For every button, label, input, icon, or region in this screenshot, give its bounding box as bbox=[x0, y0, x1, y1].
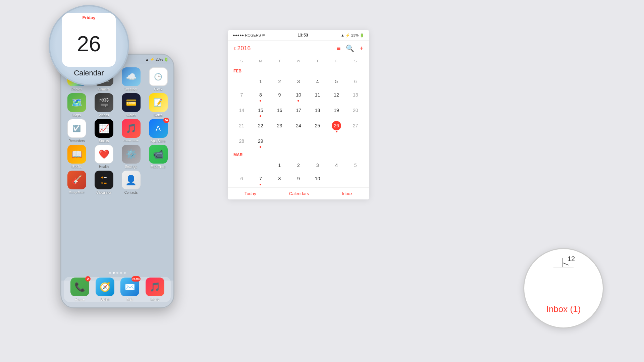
cal-day-mar10[interactable]: 10 bbox=[308, 172, 327, 187]
cal-day-feb7[interactable]: 7 bbox=[232, 88, 251, 104]
cal-day-mar1[interactable]: 1 bbox=[270, 159, 289, 172]
itunes-icon: 🎵 bbox=[122, 119, 141, 138]
iphone-frame: ●●●●● ROGERS ≋ 13:53 ▲ ⚡ 23% 🔋 🌸 Photos … bbox=[60, 54, 174, 308]
garageband-icon: 🎸 bbox=[67, 171, 86, 189]
cal-day-mar3[interactable]: 3 bbox=[308, 159, 327, 172]
calendars-button[interactable]: Calendars bbox=[289, 191, 309, 196]
cal-status-bar: ●●●●● ROGERS ≋ 13:53 ▲ ⚡ 23% 🔋 bbox=[228, 30, 369, 41]
safari-label: Safari bbox=[101, 298, 109, 301]
cal-day-feb13[interactable]: 13 bbox=[346, 88, 365, 104]
cal-day-feb27[interactable]: 27 bbox=[346, 119, 365, 134]
cal-day-mar2[interactable]: 2 bbox=[289, 159, 308, 172]
cal-day-feb24[interactable]: 24 bbox=[289, 119, 308, 134]
calendar-zoom-inner: Friday 26 bbox=[62, 13, 116, 67]
phone-icon: 📞 2 bbox=[70, 278, 89, 296]
page-dots bbox=[61, 272, 173, 274]
app-videos[interactable]: 🎬 Videos bbox=[91, 93, 116, 117]
calculator-label: Calculator bbox=[96, 191, 111, 194]
cal-day-feb6[interactable]: 6 bbox=[346, 75, 365, 88]
app-stocks[interactable]: 📈 Stocks bbox=[91, 119, 116, 143]
cal-day-mar6[interactable]: 6 bbox=[232, 172, 251, 187]
clock-zoom-circle: 12 Inbox (1) bbox=[523, 248, 604, 328]
dock-safari[interactable]: 🧭 Safari bbox=[96, 278, 114, 301]
app-wallet[interactable]: 💳 Wallet bbox=[118, 93, 144, 117]
add-event-button[interactable]: + bbox=[360, 45, 364, 52]
wallet-label: Wallet bbox=[126, 113, 136, 117]
mail-icon: ✉️ 20,686 bbox=[120, 278, 139, 296]
search-button[interactable]: 🔍 bbox=[346, 44, 354, 52]
cal-day-feb22[interactable]: 22 bbox=[251, 119, 270, 134]
app-maps[interactable]: 🗺️ Maps bbox=[64, 93, 89, 117]
cal-day-feb21[interactable]: 21 bbox=[232, 119, 251, 134]
cal-day-feb11[interactable]: 11 bbox=[308, 88, 327, 104]
app-appstore[interactable]: A 30 App Store bbox=[146, 119, 171, 143]
cal-day-feb16[interactable]: 16 bbox=[270, 104, 289, 119]
app-notes[interactable]: 📝 Notes bbox=[146, 93, 171, 117]
cal-day-feb4[interactable]: 4 bbox=[308, 75, 327, 88]
cal-day-feb9[interactable]: 9 bbox=[270, 88, 289, 104]
app-contacts[interactable]: 👤 Contacts bbox=[118, 171, 144, 194]
dock-mail[interactable]: ✉️ 20,686 Mail bbox=[120, 278, 139, 301]
notes-label: Notes bbox=[154, 113, 162, 117]
cal-day-feb17[interactable]: 17 bbox=[289, 104, 308, 119]
cal-day-feb8[interactable]: 8 bbox=[251, 88, 270, 104]
empty5 bbox=[327, 134, 346, 150]
ibooks-label: iBooks bbox=[71, 165, 82, 169]
maps-icon: 🗺️ bbox=[67, 93, 86, 112]
wd-mon: M bbox=[251, 58, 270, 64]
app-health[interactable]: ❤️ Health bbox=[91, 145, 116, 169]
page-dot-2 bbox=[113, 272, 115, 274]
cal-day-feb3[interactable]: 3 bbox=[289, 75, 308, 88]
wd-thu: T bbox=[308, 58, 327, 64]
cal-day-feb18[interactable]: 18 bbox=[308, 104, 327, 119]
today-button[interactable]: Today bbox=[245, 191, 256, 196]
cal-day-feb14[interactable]: 14 bbox=[232, 104, 251, 119]
cal-nav-year[interactable]: ‹ 2016 bbox=[233, 44, 251, 53]
app-settings[interactable]: ⚙️ Settings bbox=[118, 145, 144, 169]
cal-day-feb28[interactable]: 28 bbox=[232, 134, 251, 150]
app-garageband[interactable]: 🎸 GarageBand bbox=[64, 171, 89, 194]
cal-day-feb10[interactable]: 10 bbox=[289, 88, 308, 104]
cal-day-feb23[interactable]: 23 bbox=[270, 119, 289, 134]
videos-icon: 🎬 bbox=[95, 93, 113, 112]
cal-day-mar7[interactable]: 7 bbox=[251, 172, 270, 187]
cal-day-feb1[interactable]: 1 bbox=[251, 75, 270, 88]
music-label: Music bbox=[151, 298, 159, 301]
cal-day-mar4[interactable]: 4 bbox=[327, 159, 346, 172]
cal-day-mar5[interactable]: 5 bbox=[346, 159, 365, 172]
cal-day-feb26-today[interactable]: 26 bbox=[327, 119, 346, 134]
cal-day-feb12[interactable]: 12 bbox=[327, 88, 346, 104]
app-reminders[interactable]: ☑️ Reminders bbox=[64, 119, 89, 143]
app-facetime[interactable]: 📹 FaceTime bbox=[146, 145, 171, 169]
page-dot-1 bbox=[109, 272, 111, 274]
weather-label: Weather bbox=[125, 87, 138, 91]
cal-day-feb15[interactable]: 15 bbox=[251, 104, 270, 119]
cal-day-feb19[interactable]: 19 bbox=[327, 104, 346, 119]
calendar-zoom-header: Friday bbox=[62, 13, 116, 21]
dock-music[interactable]: 🎵 Music bbox=[146, 278, 164, 301]
music-icon: 🎵 bbox=[146, 278, 164, 296]
cal-day-feb25[interactable]: 25 bbox=[308, 119, 327, 134]
empty6 bbox=[346, 134, 365, 150]
cal-day-feb2[interactable]: 2 bbox=[270, 75, 289, 88]
app-weather[interactable]: ☁️ Weather bbox=[118, 67, 144, 91]
cal-day-feb29[interactable]: 29 bbox=[251, 134, 270, 150]
inbox-button[interactable]: Inbox bbox=[342, 191, 353, 196]
app-itunes[interactable]: 🎵 iTunes Store bbox=[118, 119, 144, 143]
app-ibooks[interactable]: 📖 iBooks bbox=[64, 145, 89, 169]
mail-badge: 20,686 bbox=[131, 276, 141, 282]
clock-top: 12 bbox=[524, 249, 603, 291]
calendar-zoom-circle[interactable]: Friday 26 Calendar bbox=[49, 5, 129, 85]
appstore-label: App Store bbox=[151, 139, 165, 143]
dock-phone[interactable]: 📞 2 Phone bbox=[70, 278, 89, 301]
cal-day-mar8[interactable]: 8 bbox=[270, 172, 289, 187]
cal-day-mar9[interactable]: 9 bbox=[289, 172, 308, 187]
videos-label: Videos bbox=[99, 113, 109, 117]
app-clock[interactable]: 🕒 Clock bbox=[146, 67, 171, 91]
cal-day-feb5[interactable]: 5 bbox=[327, 75, 346, 88]
list-view-button[interactable]: ≡ bbox=[337, 45, 341, 52]
mar-empty1 bbox=[232, 159, 251, 172]
facetime-label: FaceTime bbox=[151, 165, 165, 169]
app-calculator[interactable]: +− ×= Calculator bbox=[91, 171, 116, 194]
cal-day-feb20[interactable]: 20 bbox=[346, 104, 365, 119]
